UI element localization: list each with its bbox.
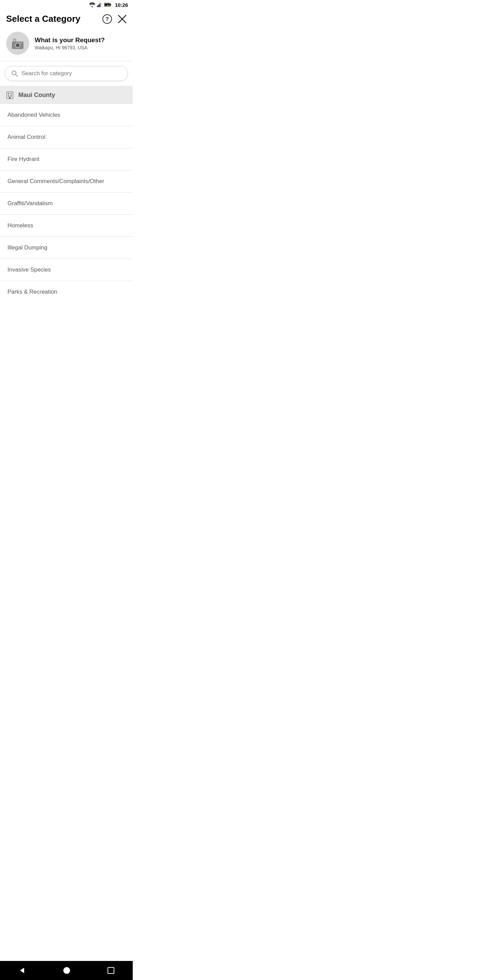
close-button[interactable] bbox=[118, 14, 127, 24]
signal-icon bbox=[97, 2, 102, 7]
section-header: Maui County bbox=[0, 86, 133, 104]
category-label: General Comments/Complaints/Other bbox=[8, 178, 104, 185]
category-label: Abandoned Vehicles bbox=[8, 111, 60, 118]
search-wrap bbox=[0, 61, 133, 86]
svg-rect-3 bbox=[99, 3, 100, 7]
svg-rect-23 bbox=[11, 93, 12, 94]
status-bar: ⚡ 10:26 bbox=[0, 0, 133, 10]
list-item[interactable]: General Comments/Complaints/Other bbox=[0, 170, 133, 192]
page-title: Select a Category bbox=[6, 14, 80, 24]
category-label: Parks & Recreation bbox=[8, 288, 57, 295]
request-title: What is your Request? bbox=[35, 36, 105, 45]
status-time: 10:26 bbox=[115, 2, 128, 8]
category-label: Animal Control bbox=[8, 134, 46, 140]
list-item[interactable]: Fire Hydrant bbox=[0, 148, 133, 170]
list-item[interactable]: Abandoned Vehicles bbox=[0, 104, 133, 126]
help-button[interactable]: ? bbox=[102, 14, 112, 24]
svg-rect-22 bbox=[8, 93, 9, 94]
header-actions: ? bbox=[102, 14, 127, 24]
svg-rect-6 bbox=[110, 4, 111, 6]
category-label: Fire Hydrant bbox=[8, 156, 40, 162]
svg-rect-2 bbox=[98, 5, 99, 7]
search-bar bbox=[5, 66, 128, 81]
list-item[interactable]: Homeless bbox=[0, 215, 133, 237]
svg-rect-24 bbox=[8, 95, 9, 97]
svg-line-20 bbox=[16, 75, 18, 76]
list-item[interactable]: Invasive Species bbox=[0, 259, 133, 281]
category-label: Invasive Species bbox=[8, 266, 51, 273]
request-info: What is your Request? Waikapu, HI 96793,… bbox=[35, 36, 105, 51]
close-icon bbox=[118, 14, 127, 24]
list-item[interactable]: Animal Control bbox=[0, 126, 133, 148]
building-icon bbox=[5, 91, 14, 99]
svg-rect-1 bbox=[97, 5, 98, 7]
request-subtitle: Waikapu, HI 96793, USA bbox=[35, 45, 105, 50]
svg-text:⚡: ⚡ bbox=[106, 4, 109, 7]
svg-point-0 bbox=[92, 6, 93, 7]
wifi-icon bbox=[89, 2, 95, 7]
svg-text:?: ? bbox=[105, 16, 109, 22]
category-label: Illegal Dumping bbox=[8, 244, 47, 251]
section-label: Maui County bbox=[18, 92, 55, 99]
svg-rect-18 bbox=[20, 42, 22, 43]
help-icon: ? bbox=[102, 14, 112, 24]
search-input[interactable] bbox=[21, 70, 121, 77]
category-label: Homeless bbox=[8, 222, 33, 229]
page-header: Select a Category ? bbox=[0, 10, 133, 27]
svg-rect-26 bbox=[9, 97, 11, 99]
svg-rect-4 bbox=[100, 2, 101, 7]
list-item[interactable]: Graffiti/Vandalism bbox=[0, 192, 133, 215]
svg-rect-25 bbox=[11, 95, 12, 97]
battery-icon: ⚡ bbox=[104, 2, 111, 7]
category-label: Graffiti/Vandalism bbox=[8, 200, 53, 207]
category-list: Abandoned VehiclesAnimal ControlFire Hyd… bbox=[0, 104, 133, 303]
status-icons: ⚡ bbox=[89, 2, 111, 7]
list-item[interactable]: Parks & Recreation bbox=[0, 281, 133, 303]
request-card: + What is your Request? Waikapu, HI 9679… bbox=[0, 27, 133, 61]
search-icon bbox=[11, 70, 18, 77]
list-item[interactable]: Illegal Dumping bbox=[0, 237, 133, 259]
avatar: + bbox=[6, 32, 29, 55]
camera-icon: + bbox=[11, 37, 24, 49]
svg-point-17 bbox=[16, 44, 19, 47]
